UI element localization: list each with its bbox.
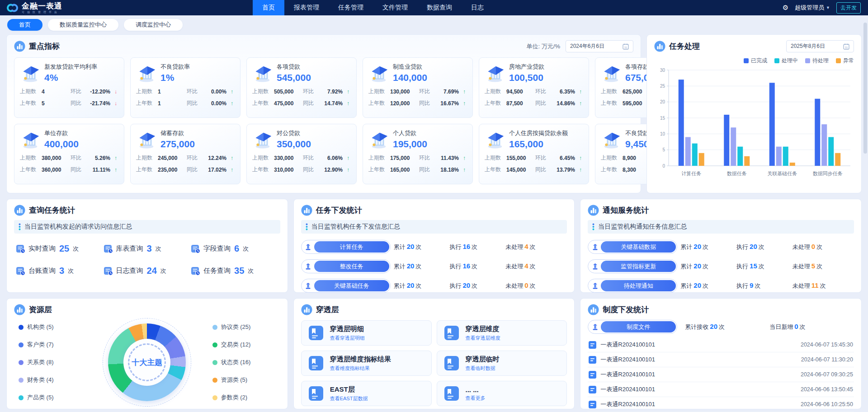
go-develop-button[interactable]: 去开发 <box>836 2 861 14</box>
policy-file-row[interactable]: 一表通R2024100101 2024-06-07 09:30:25 <box>588 367 854 382</box>
prev-year-label: 上年数 <box>485 99 504 107</box>
panel-title: 查询任务统计 <box>29 205 75 215</box>
calendar-icon: 31 <box>843 43 849 50</box>
nav-item[interactable]: 首页 <box>253 0 284 15</box>
bank-icon <box>485 129 505 150</box>
penetration-card[interactable]: 穿透层维度 查看穿透层维度 <box>437 320 567 346</box>
user-menu[interactable]: 超级管理员 ▼ <box>795 4 830 12</box>
bank-icon <box>20 62 41 83</box>
penetration-link[interactable]: 查看穿透层维度 <box>466 335 500 342</box>
penetration-card[interactable]: ... ... 查看更多 <box>437 381 567 406</box>
penetration-link[interactable]: 查看穿透层明细 <box>330 335 365 342</box>
legend-swatch <box>836 58 841 63</box>
penetration-link[interactable]: 查看临时数据 <box>466 365 500 372</box>
task-pill[interactable]: 关键基础任务 <box>301 279 391 293</box>
task-pill[interactable]: 待处理通知 <box>588 279 677 293</box>
donut-legend-item[interactable]: 机构类 (5) <box>19 323 82 331</box>
penetration-card[interactable]: 穿透层临时 查看临时数据 <box>437 351 567 376</box>
task-pill[interactable]: 监管指标更新 <box>588 259 677 273</box>
policy-pill-label[interactable]: 制度文件 <box>601 321 676 332</box>
task-pill[interactable]: 计算任务 <box>301 240 391 254</box>
query-unit: 次 <box>243 245 249 253</box>
penetration-link[interactable]: 查看EAST层数据 <box>330 395 368 402</box>
legend-dot <box>19 360 24 365</box>
date-picker[interactable]: 2024年6月6日 31 <box>566 40 633 52</box>
donut-legend-item[interactable]: 协议类 (25) <box>212 323 276 331</box>
task-pill-label[interactable]: 监管指标更新 <box>601 261 676 272</box>
task-pill-label[interactable]: 关键基础数据 <box>601 241 676 253</box>
workspace-tab[interactable]: 首页 <box>7 19 42 31</box>
kpi-value: 4% <box>44 72 97 83</box>
nav-item[interactable]: 日志 <box>462 0 493 15</box>
svg-text:25: 25 <box>660 84 665 89</box>
document-icon <box>589 401 596 408</box>
policy-file-row[interactable]: 一表通R2024100101 2024-06-06 10:25:50 <box>588 397 854 412</box>
task-pill[interactable]: 整改任务 <box>301 259 391 273</box>
task-pill-label[interactable]: 待处理通知 <box>601 280 676 291</box>
nav-item[interactable]: 报表管理 <box>284 0 329 15</box>
policy-file-row[interactable]: 一表通R2024100101 2024-06-06 13:50:45 <box>588 382 854 397</box>
task-pill-label[interactable]: 关键基础任务 <box>314 280 389 291</box>
prev-label: 上期数 <box>136 154 155 162</box>
trend-arrow-icon: ↑ <box>113 167 118 173</box>
penetration-card[interactable]: 穿透层明细 查看穿透层明细 <box>301 320 432 346</box>
prev-year-label: 上年数 <box>136 166 155 173</box>
donut-legend-item[interactable]: 产品类 (5) <box>19 393 82 402</box>
penetration-card[interactable]: EAST层 查看EAST层数据 <box>301 381 432 406</box>
prev-value: 8,900 <box>623 155 649 161</box>
svg-text:10: 10 <box>660 131 665 136</box>
date-picker[interactable]: 2025年8月6日 31 <box>786 40 854 52</box>
legend-item[interactable]: 异常 <box>836 57 854 65</box>
donut-legend-item[interactable]: 关系类 (8) <box>19 358 82 366</box>
nav-item[interactable]: 文件管理 <box>373 0 417 15</box>
page-scrollbar[interactable] <box>863 23 867 407</box>
donut-legend-item[interactable]: 交易类 (12) <box>212 341 276 349</box>
settings-gear-icon[interactable]: ⚙ <box>783 4 788 12</box>
legend-item[interactable]: 已完成 <box>744 57 767 65</box>
donut-legend-item[interactable]: 客户类 (7) <box>19 341 82 349</box>
kpi-year-row: 上年数 87,500 同比 14.86% ↑ <box>485 99 583 107</box>
legend-item[interactable]: 待处理 <box>805 57 829 65</box>
task-pill[interactable]: 关键基础数据 <box>588 240 677 254</box>
exec-stat: 执行20次 <box>449 281 505 290</box>
penetration-link[interactable]: 查看维度指标结果 <box>330 365 391 372</box>
workspace-tab[interactable]: 数据质量监控中心 <box>48 19 118 31</box>
mom-value: 6.06% <box>319 155 343 161</box>
prev-year-value: 145,000 <box>506 167 533 173</box>
bar-chart-icon <box>14 205 25 216</box>
kpi-prev-row: 上期数 130,000 环比 7.69% ↑ <box>368 88 467 95</box>
bank-icon <box>368 62 389 83</box>
donut-legend-item[interactable]: 参数类 (2) <box>212 393 276 402</box>
donut-legend-item[interactable]: 资源类 (5) <box>212 376 276 384</box>
policy-file-row[interactable]: 一表通R2024100101 2024-06-07 15:45:30 <box>588 337 854 352</box>
nav-item[interactable]: 任务管理 <box>329 0 373 15</box>
query-label: 实时查询 <box>28 244 56 253</box>
policy-file-row[interactable]: 一表通R2024100101 2024-06-07 11:30:20 <box>588 352 854 367</box>
task-pill-label[interactable]: 计算任务 <box>314 241 389 253</box>
bank-icon <box>485 62 505 83</box>
workspace-tab[interactable]: 调度监控中心 <box>124 19 183 31</box>
task-pill-label[interactable]: 整改任务 <box>314 261 389 272</box>
exec-stat: 执行9次 <box>736 281 793 290</box>
pending-stat: 未处理5次 <box>793 262 854 271</box>
query-label: 台账查询 <box>28 267 56 275</box>
nav-item[interactable]: 数据查询 <box>417 0 462 15</box>
query-count: 3 <box>147 243 152 254</box>
scrollbar-thumb[interactable] <box>863 23 867 154</box>
donut-chart[interactable]: 十大主题 <box>108 323 186 401</box>
query-stat-item: 任务查询 35 次 <box>191 266 278 276</box>
svg-text:计算任务: 计算任务 <box>681 171 701 176</box>
donut-legend-item[interactable]: 状态类 (16) <box>212 358 276 366</box>
kpi-name: 制造业贷款 <box>393 63 427 71</box>
kpi-value: 195,000 <box>393 139 427 150</box>
bar-chart-icon <box>588 205 599 216</box>
prev-value: 330,000 <box>274 155 300 161</box>
penetration-card[interactable]: 穿透层维度指标结果 查看维度指标结果 <box>301 351 432 376</box>
penetration-link[interactable]: 查看更多 <box>466 395 486 402</box>
bookmark-file-icon <box>443 355 460 372</box>
penetration-title: 穿透层维度 <box>466 325 500 333</box>
legend-item[interactable]: 处理中 <box>774 57 798 65</box>
policy-pill[interactable]: 制度文件 <box>588 320 677 334</box>
donut-legend-item[interactable]: 财务类 (4) <box>19 376 82 384</box>
total-stat: 累计20次 <box>680 243 736 251</box>
